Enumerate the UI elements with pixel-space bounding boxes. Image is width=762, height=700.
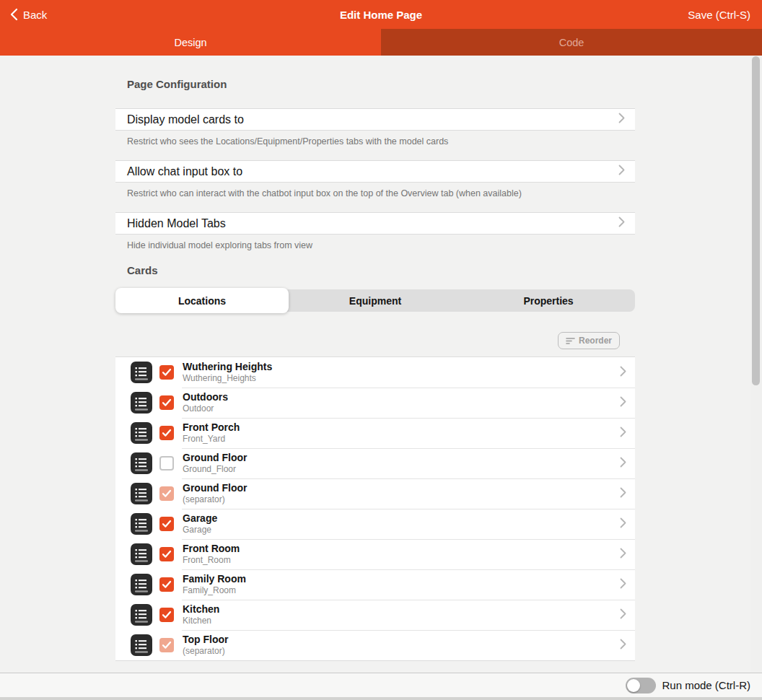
list-card-icon [131, 452, 152, 474]
config-item-display-model-cards[interactable]: Display model cards to [115, 108, 635, 131]
card-row[interactable]: Ground Floor Ground_Floor [115, 448, 635, 478]
config-item-title: Display model cards to [127, 113, 244, 126]
card-row-checkbox[interactable] [159, 608, 174, 622]
checkmark-icon [162, 580, 172, 589]
card-row-title: Outdoors [183, 391, 620, 403]
card-row-subtitle: Outdoor [183, 403, 620, 414]
scrollbar-thumb[interactable] [752, 56, 760, 385]
config-item-description: Restrict who sees the Locations/Equipmen… [115, 131, 635, 147]
card-row[interactable]: Kitchen Kitchen [115, 600, 635, 630]
card-row-checkbox[interactable] [159, 365, 174, 380]
scrollbar-track[interactable] [750, 56, 762, 673]
card-row[interactable]: Garage Garage [115, 509, 635, 539]
card-row-title: Front Room [183, 543, 620, 555]
config-item-title: Allow chat input box to [127, 165, 242, 178]
run-mode-toggle[interactable] [626, 678, 656, 694]
reorder-label: Reorder [579, 336, 612, 346]
chevron-right-icon [620, 548, 626, 561]
card-row-checkbox[interactable] [159, 577, 174, 592]
card-row[interactable]: Wuthering Heights Wuthering_Heights [115, 357, 635, 388]
card-row-title: Front Porch [183, 421, 620, 434]
card-row-subtitle: Wuthering_Heights [183, 373, 620, 384]
chevron-right-icon [620, 608, 626, 622]
checkmark-icon [162, 368, 172, 377]
run-mode-label: Run mode (Ctrl-R) [662, 679, 750, 691]
checkmark-icon [162, 489, 172, 498]
segment-locations[interactable]: Locations [115, 288, 289, 313]
card-row-subtitle: Family_Room [183, 585, 620, 596]
checkmark-icon [162, 641, 172, 649]
segment-properties[interactable]: Properties [462, 289, 635, 312]
card-row-title: Wuthering Heights [183, 361, 620, 373]
content-area: Page Configuration Display model cards t… [0, 56, 762, 673]
list-card-icon [131, 483, 152, 504]
card-row-checkbox[interactable] [159, 517, 174, 531]
checkmark-icon [162, 429, 172, 437]
card-row-checkbox[interactable] [159, 547, 174, 561]
reorder-icon [566, 337, 575, 345]
card-row[interactable]: Ground Floor (separator) [115, 478, 635, 509]
toggle-knob [627, 679, 640, 692]
section-heading-page-configuration: Page Configuration [115, 78, 635, 91]
card-row-checkbox [159, 638, 174, 652]
checkmark-icon [162, 611, 172, 619]
card-row[interactable]: Front Room Front_Room [115, 539, 635, 569]
card-row-title: Garage [183, 512, 620, 525]
chevron-right-icon [618, 113, 625, 126]
card-row-checkbox[interactable] [159, 426, 174, 440]
card-row[interactable]: Front Porch Front_Yard [115, 418, 635, 448]
tab-design[interactable]: Design [0, 29, 381, 56]
chevron-right-icon [620, 396, 626, 410]
list-card-icon [131, 392, 152, 414]
section-heading-cards: Cards [115, 264, 635, 277]
chevron-right-icon [620, 426, 626, 440]
config-item-allow-chat-input[interactable]: Allow chat input box to [115, 160, 635, 183]
config-item-title: Hidden Model Tabs [127, 217, 226, 230]
config-item-hidden-model-tabs[interactable]: Hidden Model Tabs [115, 212, 635, 235]
card-row[interactable]: Family Room Family_Room [115, 569, 635, 600]
editor-tabbar: Design Code [0, 29, 762, 56]
card-row-checkbox [159, 486, 174, 501]
card-row-subtitle: (separator) [183, 494, 620, 505]
list-card-icon [131, 634, 152, 656]
cards-list: Wuthering Heights Wuthering_Heights Outd… [115, 356, 635, 661]
page-title: Edit Home Page [340, 9, 422, 21]
card-row-subtitle: Front_Room [183, 555, 620, 566]
chevron-right-icon [618, 216, 625, 230]
card-row-subtitle: Front_Yard [183, 434, 620, 445]
tab-code[interactable]: Code [381, 29, 762, 56]
card-row[interactable]: Outdoors Outdoor [115, 388, 635, 418]
cards-segmented-control: Locations Equipment Properties [115, 289, 635, 312]
chevron-left-icon [10, 8, 18, 21]
list-card-icon [131, 604, 152, 626]
chevron-right-icon [620, 487, 626, 501]
card-row-title: Ground Floor [183, 452, 620, 464]
card-row[interactable]: Top Floor (separator) [115, 630, 635, 660]
card-row-title: Ground Floor [183, 482, 620, 494]
list-card-icon [131, 422, 152, 444]
save-button[interactable]: Save (Ctrl-S) [688, 0, 750, 29]
back-button[interactable]: Back [10, 0, 47, 29]
card-row-checkbox[interactable] [159, 395, 174, 410]
card-row-subtitle: Garage [183, 525, 620, 535]
chevron-right-icon [620, 578, 626, 592]
card-row-title: Family Room [183, 573, 620, 585]
reorder-button[interactable]: Reorder [558, 332, 620, 349]
checkmark-icon [162, 398, 172, 407]
window-bottom-edge [0, 697, 762, 700]
footer-bar: Run mode (Ctrl-R) [0, 673, 762, 697]
card-row-title: Top Floor [183, 634, 620, 646]
card-row-title: Kitchen [183, 603, 620, 616]
chevron-right-icon [618, 165, 625, 178]
back-label: Back [23, 9, 47, 21]
chevron-right-icon [620, 366, 626, 380]
card-row-checkbox[interactable] [159, 456, 174, 471]
segment-equipment[interactable]: Equipment [289, 289, 462, 312]
chevron-right-icon [620, 517, 626, 531]
checkmark-icon [162, 550, 172, 559]
appbar: Back Edit Home Page Save (Ctrl-S) [0, 0, 762, 29]
card-row-subtitle: (separator) [183, 646, 620, 657]
list-card-icon [131, 362, 152, 383]
card-row-subtitle: Kitchen [183, 616, 620, 626]
config-item-description: Hide individual model exploring tabs fro… [115, 235, 635, 251]
